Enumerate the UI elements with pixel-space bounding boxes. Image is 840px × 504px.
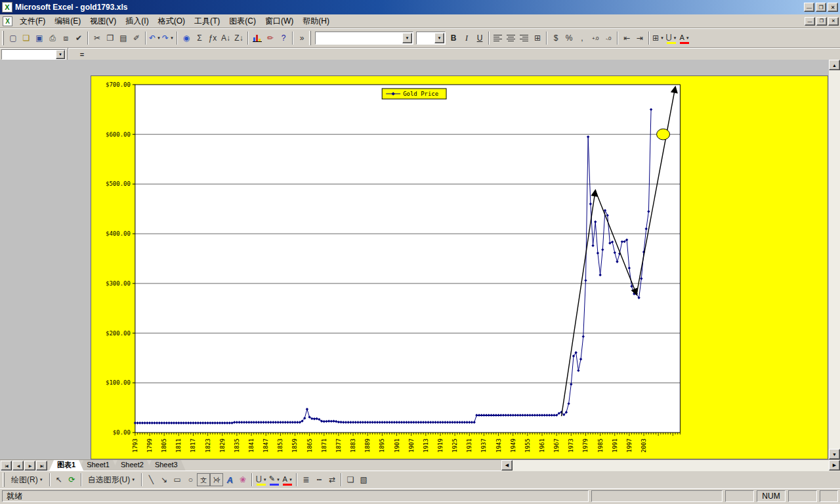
horizontal-scroll-track[interactable]: [513, 460, 829, 471]
workbook-icon[interactable]: X: [3, 16, 12, 26]
font-size-combo[interactable]: ▼: [416, 32, 446, 45]
tab-sheet2[interactable]: Sheet2: [113, 460, 152, 471]
scroll-right-button[interactable]: ▶: [829, 460, 840, 471]
drawing-button[interactable]: ✏: [264, 32, 277, 45]
comma-button[interactable]: ,: [576, 32, 589, 45]
print-button[interactable]: ⎙: [46, 32, 59, 45]
font-name-combo-arrow[interactable]: ▼: [402, 33, 412, 43]
draw-fill-color-button[interactable]: ⋃▼: [255, 473, 268, 486]
paste-function-button[interactable]: ƒx: [206, 32, 219, 45]
align-center-button[interactable]: [505, 32, 518, 45]
draw-font-color-button-dropdown[interactable]: ▼: [289, 478, 293, 482]
draw-line-color-button-dropdown[interactable]: ▼: [276, 478, 280, 482]
menu-tools[interactable]: 工具(T): [190, 14, 224, 28]
tab-sheet1[interactable]: Sheet1: [79, 460, 117, 471]
rectangle-button[interactable]: ▭: [171, 473, 184, 486]
prev-sheet-button[interactable]: ◀: [12, 461, 24, 471]
arrow-button[interactable]: ↘: [158, 473, 171, 486]
decrease-indent-button[interactable]: ⇤: [620, 32, 633, 45]
redo-button-dropdown[interactable]: ▼: [170, 36, 174, 40]
text-box-button[interactable]: 文: [197, 473, 210, 486]
toolbar-grip[interactable]: [2, 31, 4, 45]
more-buttons-chevron[interactable]: »: [295, 32, 308, 45]
draw-font-color-button[interactable]: A▼: [281, 473, 294, 486]
cut-button[interactable]: ✂: [91, 32, 104, 45]
horizontal-scrollbar[interactable]: ◀ ▶: [501, 460, 840, 471]
chart-wizard-button[interactable]: [251, 32, 264, 45]
draw-fill-color-button-dropdown[interactable]: ▼: [263, 478, 267, 482]
sort-ascending-button[interactable]: A↓: [219, 32, 232, 45]
font-name-combo[interactable]: ▼: [315, 32, 413, 45]
help-button[interactable]: ?: [277, 32, 290, 45]
insert-hyperlink-button[interactable]: ◉: [180, 32, 193, 45]
currency-button[interactable]: $: [549, 32, 562, 45]
align-left-button[interactable]: [492, 32, 505, 45]
undo-button[interactable]: ↶▼: [148, 32, 161, 45]
menu-view[interactable]: 视图(V): [85, 14, 121, 28]
underline-button[interactable]: U: [473, 32, 486, 45]
vertical-text-box-button[interactable]: 文: [210, 473, 223, 486]
edit-formula-button[interactable]: =: [76, 51, 88, 58]
name-box-dropdown[interactable]: ▼: [56, 50, 65, 59]
scroll-up-button[interactable]: ▲: [829, 60, 840, 70]
borders-button-dropdown[interactable]: ▼: [660, 36, 664, 40]
chart[interactable]: $0.00$100.00$200.00$300.00$400.00$500.00…: [91, 75, 828, 459]
vertical-scrollbar[interactable]: ▲ ▼: [829, 60, 840, 459]
tab-chart1[interactable]: 图表1: [49, 460, 83, 471]
open-button[interactable]: ❏: [20, 32, 33, 45]
copy-button[interactable]: ❐: [104, 32, 117, 45]
next-sheet-button[interactable]: ▶: [24, 461, 35, 471]
fill-color-button-dropdown[interactable]: ▼: [673, 36, 677, 40]
name-box[interactable]: ▼: [1, 49, 66, 60]
chart-legend[interactable]: Gold Price: [382, 89, 446, 99]
workbook-restore-button[interactable]: ❐: [816, 17, 827, 26]
scroll-left-button[interactable]: ◀: [501, 460, 513, 471]
italic-button[interactable]: I: [460, 32, 473, 45]
save-button[interactable]: ▣: [33, 32, 46, 45]
bold-button[interactable]: B: [447, 32, 460, 45]
workbook-minimize-button[interactable]: —: [805, 17, 815, 26]
toolbar-grip[interactable]: [309, 31, 311, 45]
menu-format[interactable]: 格式(O): [154, 14, 190, 28]
new-file-button[interactable]: ▢: [7, 32, 20, 45]
highlight-ellipse[interactable]: [657, 129, 670, 140]
tab-sheet3[interactable]: Sheet3: [147, 460, 186, 471]
3d-button[interactable]: ▧: [357, 473, 370, 486]
wordart-button[interactable]: A: [223, 473, 236, 486]
draw-menu-button-dropdown[interactable]: ▼: [39, 478, 43, 482]
last-sheet-button[interactable]: ▶|: [36, 461, 47, 471]
select-objects-button[interactable]: ↖: [52, 473, 66, 486]
toolbar-grip[interactable]: [3, 472, 5, 487]
percent-button[interactable]: %: [562, 32, 576, 45]
increase-decimal-button[interactable]: +.0: [589, 32, 602, 45]
menu-edit[interactable]: 编辑(E): [50, 14, 85, 28]
oval-button[interactable]: ○: [184, 473, 197, 486]
sort-descending-button[interactable]: Z↓: [232, 32, 245, 45]
print-preview-button[interactable]: ⧈: [59, 32, 72, 45]
dash-style-button[interactable]: ┅: [312, 473, 326, 486]
format-painter-button[interactable]: ✐: [130, 32, 143, 45]
align-right-button[interactable]: [518, 32, 531, 45]
increase-indent-button[interactable]: ⇥: [633, 32, 646, 45]
insert-clipart-button[interactable]: ❀: [236, 473, 249, 486]
redo-button[interactable]: ↷▼: [161, 32, 175, 45]
minimize-button[interactable]: —: [804, 3, 814, 12]
menu-insert[interactable]: 插入(I): [121, 14, 153, 28]
menu-window[interactable]: 窗口(W): [261, 14, 298, 28]
decrease-decimal-button[interactable]: -.0: [602, 32, 615, 45]
excel-app-icon[interactable]: X: [2, 2, 12, 12]
scroll-down-button[interactable]: ▼: [829, 449, 840, 459]
font-color-button-dropdown[interactable]: ▼: [686, 36, 690, 40]
first-sheet-button[interactable]: |◀: [1, 461, 12, 471]
vertical-scroll-track[interactable]: [829, 70, 840, 449]
menu-chart[interactable]: 图表(C): [224, 14, 261, 28]
fill-color-button[interactable]: ⋃▼: [665, 32, 678, 45]
line-style-button[interactable]: ≣: [299, 473, 312, 486]
menu-help[interactable]: 帮助(H): [298, 14, 334, 28]
paste-button[interactable]: ▤: [117, 32, 130, 45]
workbook-close-button[interactable]: ✕: [828, 17, 839, 26]
borders-button[interactable]: ⊞▼: [652, 32, 665, 45]
autosum-button[interactable]: Σ: [193, 32, 206, 45]
font-size-combo-arrow[interactable]: ▼: [434, 33, 444, 43]
merge-center-button[interactable]: ⊞: [531, 32, 544, 45]
